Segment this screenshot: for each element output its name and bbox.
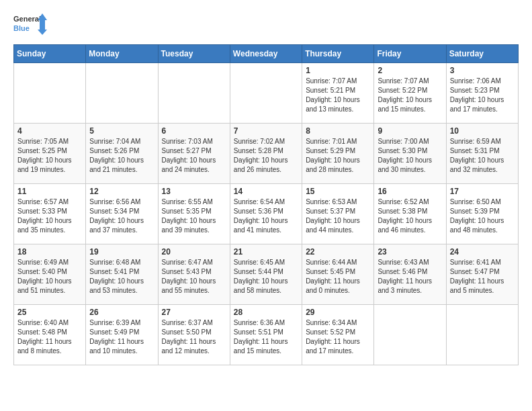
day-number: 25: [17, 308, 82, 317]
day-number: 14: [234, 187, 298, 196]
weekday-header-thursday: Thursday: [302, 45, 374, 63]
calendar-header: SundayMondayTuesdayWednesdayThursdayFrid…: [14, 45, 519, 63]
calendar-cell: [86, 63, 158, 124]
day-info: Sunrise: 7:02 AM Sunset: 5:28 PM Dayligh…: [234, 137, 298, 175]
calendar-cell: 26Sunrise: 6:39 AM Sunset: 5:49 PM Dayli…: [86, 305, 158, 365]
calendar-week-2: 4Sunrise: 7:05 AM Sunset: 5:25 PM Daylig…: [14, 124, 519, 184]
calendar-cell: 6Sunrise: 7:03 AM Sunset: 5:27 PM Daylig…: [158, 124, 230, 184]
calendar-week-3: 11Sunrise: 6:57 AM Sunset: 5:33 PM Dayli…: [14, 184, 519, 244]
day-number: 22: [306, 247, 370, 257]
svg-text:Blue: Blue: [13, 24, 30, 32]
day-number: 5: [89, 126, 154, 136]
calendar-table: SundayMondayTuesdayWednesdayThursdayFrid…: [13, 44, 519, 365]
calendar-cell: 20Sunrise: 6:47 AM Sunset: 5:43 PM Dayli…: [158, 244, 230, 305]
day-info: Sunrise: 7:07 AM Sunset: 5:22 PM Dayligh…: [378, 77, 442, 114]
day-info: Sunrise: 7:00 AM Sunset: 5:30 PM Dayligh…: [378, 137, 442, 175]
calendar-cell: 21Sunrise: 6:45 AM Sunset: 5:44 PM Dayli…: [230, 244, 302, 305]
day-number: 23: [378, 247, 442, 257]
day-number: 2: [378, 66, 442, 75]
day-info: Sunrise: 7:05 AM Sunset: 5:25 PM Dayligh…: [17, 137, 82, 175]
day-info: Sunrise: 6:53 AM Sunset: 5:37 PM Dayligh…: [306, 197, 370, 235]
calendar-cell: 10Sunrise: 6:59 AM Sunset: 5:31 PM Dayli…: [446, 124, 518, 184]
day-info: Sunrise: 7:07 AM Sunset: 5:21 PM Dayligh…: [306, 77, 370, 114]
day-info: Sunrise: 6:49 AM Sunset: 5:40 PM Dayligh…: [17, 258, 82, 295]
calendar-cell: [158, 63, 230, 124]
day-number: 27: [162, 308, 226, 317]
day-info: Sunrise: 6:59 AM Sunset: 5:31 PM Dayligh…: [450, 137, 515, 175]
day-number: 21: [234, 247, 298, 257]
calendar-week-5: 25Sunrise: 6:40 AM Sunset: 5:48 PM Dayli…: [14, 305, 519, 365]
calendar-cell: 1Sunrise: 7:07 AM Sunset: 5:21 PM Daylig…: [302, 63, 374, 124]
day-info: Sunrise: 6:50 AM Sunset: 5:39 PM Dayligh…: [450, 197, 515, 235]
calendar-cell: 14Sunrise: 6:54 AM Sunset: 5:36 PM Dayli…: [230, 184, 302, 244]
day-info: Sunrise: 6:56 AM Sunset: 5:34 PM Dayligh…: [89, 197, 154, 235]
calendar-cell: [446, 305, 518, 365]
calendar-cell: 27Sunrise: 6:37 AM Sunset: 5:50 PM Dayli…: [158, 305, 230, 365]
day-info: Sunrise: 6:44 AM Sunset: 5:45 PM Dayligh…: [306, 258, 370, 295]
day-number: 4: [17, 126, 82, 136]
day-info: Sunrise: 7:03 AM Sunset: 5:27 PM Dayligh…: [162, 137, 226, 175]
calendar-cell: 19Sunrise: 6:48 AM Sunset: 5:41 PM Dayli…: [86, 244, 158, 305]
day-number: 19: [89, 247, 154, 257]
calendar-cell: [230, 63, 302, 124]
svg-text:General: General: [13, 15, 41, 23]
calendar-cell: 24Sunrise: 6:41 AM Sunset: 5:47 PM Dayli…: [446, 244, 518, 305]
day-number: 26: [89, 308, 154, 317]
day-info: Sunrise: 6:37 AM Sunset: 5:50 PM Dayligh…: [162, 318, 226, 356]
calendar-cell: 13Sunrise: 6:55 AM Sunset: 5:35 PM Dayli…: [158, 184, 230, 244]
day-info: Sunrise: 6:43 AM Sunset: 5:46 PM Dayligh…: [378, 258, 442, 295]
day-info: Sunrise: 6:36 AM Sunset: 5:51 PM Dayligh…: [234, 318, 298, 356]
weekday-header-wednesday: Wednesday: [230, 45, 302, 63]
page-header: General Blue: [13, 11, 519, 39]
day-number: 7: [234, 126, 298, 136]
day-info: Sunrise: 6:40 AM Sunset: 5:48 PM Dayligh…: [17, 318, 82, 356]
calendar-cell: 15Sunrise: 6:53 AM Sunset: 5:37 PM Dayli…: [302, 184, 374, 244]
day-info: Sunrise: 6:45 AM Sunset: 5:44 PM Dayligh…: [234, 258, 298, 295]
day-number: 24: [450, 247, 515, 257]
day-number: 18: [17, 247, 82, 257]
weekday-header-row: SundayMondayTuesdayWednesdayThursdayFrid…: [14, 45, 519, 63]
day-info: Sunrise: 6:55 AM Sunset: 5:35 PM Dayligh…: [162, 197, 226, 235]
day-info: Sunrise: 6:52 AM Sunset: 5:38 PM Dayligh…: [378, 197, 442, 235]
calendar-cell: 4Sunrise: 7:05 AM Sunset: 5:25 PM Daylig…: [14, 124, 86, 184]
calendar-cell: 7Sunrise: 7:02 AM Sunset: 5:28 PM Daylig…: [230, 124, 302, 184]
day-number: 13: [162, 187, 226, 196]
day-number: 12: [89, 187, 154, 196]
day-info: Sunrise: 6:39 AM Sunset: 5:49 PM Dayligh…: [89, 318, 154, 356]
day-number: 10: [450, 126, 515, 136]
day-info: Sunrise: 6:41 AM Sunset: 5:47 PM Dayligh…: [450, 258, 515, 295]
day-number: 20: [162, 247, 226, 257]
calendar-body: 1Sunrise: 7:07 AM Sunset: 5:21 PM Daylig…: [14, 63, 519, 365]
day-info: Sunrise: 7:04 AM Sunset: 5:26 PM Dayligh…: [89, 137, 154, 175]
day-number: 1: [306, 66, 370, 75]
calendar-week-4: 18Sunrise: 6:49 AM Sunset: 5:40 PM Dayli…: [14, 244, 519, 305]
calendar-cell: 11Sunrise: 6:57 AM Sunset: 5:33 PM Dayli…: [14, 184, 86, 244]
weekday-header-tuesday: Tuesday: [158, 45, 230, 63]
day-number: 17: [450, 187, 515, 196]
day-number: 28: [234, 308, 298, 317]
day-info: Sunrise: 7:06 AM Sunset: 5:23 PM Dayligh…: [450, 77, 515, 114]
day-number: 11: [17, 187, 82, 196]
calendar-cell: 28Sunrise: 6:36 AM Sunset: 5:51 PM Dayli…: [230, 305, 302, 365]
day-number: 15: [306, 187, 370, 196]
day-number: 6: [162, 126, 226, 136]
calendar-cell: 17Sunrise: 6:50 AM Sunset: 5:39 PM Dayli…: [446, 184, 518, 244]
calendar-cell: 29Sunrise: 6:34 AM Sunset: 5:52 PM Dayli…: [302, 305, 374, 365]
logo-svg: General Blue: [13, 11, 47, 39]
logo: General Blue: [13, 11, 47, 39]
calendar-cell: 9Sunrise: 7:00 AM Sunset: 5:30 PM Daylig…: [374, 124, 446, 184]
calendar-cell: 5Sunrise: 7:04 AM Sunset: 5:26 PM Daylig…: [86, 124, 158, 184]
day-number: 29: [306, 308, 370, 317]
calendar-cell: 8Sunrise: 7:01 AM Sunset: 5:29 PM Daylig…: [302, 124, 374, 184]
calendar-cell: [14, 63, 86, 124]
day-info: Sunrise: 6:48 AM Sunset: 5:41 PM Dayligh…: [89, 258, 154, 295]
day-info: Sunrise: 6:47 AM Sunset: 5:43 PM Dayligh…: [162, 258, 226, 295]
weekday-header-friday: Friday: [374, 45, 446, 63]
day-number: 16: [378, 187, 442, 196]
calendar-cell: 2Sunrise: 7:07 AM Sunset: 5:22 PM Daylig…: [374, 63, 446, 124]
day-number: 9: [378, 126, 442, 136]
calendar-cell: 16Sunrise: 6:52 AM Sunset: 5:38 PM Dayli…: [374, 184, 446, 244]
day-info: Sunrise: 7:01 AM Sunset: 5:29 PM Dayligh…: [306, 137, 370, 175]
weekday-header-saturday: Saturday: [446, 45, 518, 63]
day-number: 3: [450, 66, 515, 75]
